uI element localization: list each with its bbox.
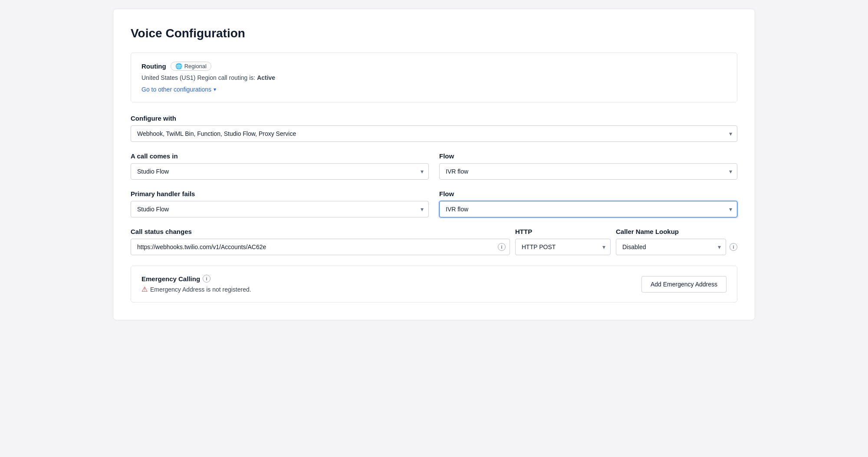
emergency-warning-text: Emergency Address is not registered. bbox=[150, 286, 251, 293]
regional-badge-button[interactable]: 🌐 Regional bbox=[171, 62, 211, 71]
http-select-wrapper: HTTP POST ▾ bbox=[515, 239, 611, 255]
call-status-group: Call status changes i bbox=[131, 228, 510, 255]
emergency-left: Emergency Calling i ⚠ Emergency Address … bbox=[141, 275, 251, 293]
call-status-input[interactable] bbox=[131, 239, 510, 255]
call-comes-in-flow-select[interactable]: IVR flow bbox=[439, 163, 737, 180]
call-comes-in-select-wrapper: Studio Flow ▾ bbox=[131, 163, 429, 180]
caller-name-row: Disabled ▾ i bbox=[616, 239, 737, 255]
routing-status-value: Active bbox=[257, 74, 275, 81]
primary-handler-label: Primary handler fails bbox=[131, 190, 429, 197]
go-to-configurations-link[interactable]: Go to other configurations ▾ bbox=[141, 86, 216, 93]
emergency-title: Emergency Calling i bbox=[141, 275, 251, 283]
caller-name-select-wrapper: Disabled ▾ bbox=[616, 239, 726, 255]
caller-name-select[interactable]: Disabled bbox=[616, 239, 726, 255]
caller-name-group: Caller Name Lookup Disabled ▾ i bbox=[616, 228, 737, 255]
call-comes-in-group: A call comes in Studio Flow ▾ bbox=[131, 152, 429, 180]
warning-triangle-icon: ⚠ bbox=[141, 285, 148, 293]
emergency-warning: ⚠ Emergency Address is not registered. bbox=[141, 285, 251, 293]
primary-handler-select-wrapper: Studio Flow ▾ bbox=[131, 201, 429, 217]
primary-handler-flow-label: Flow bbox=[439, 190, 737, 197]
primary-handler-select[interactable]: Studio Flow bbox=[131, 201, 429, 217]
primary-handler-flow-group: Flow IVR flow ▾ bbox=[439, 190, 737, 217]
routing-header: Routing 🌐 Regional bbox=[141, 62, 727, 71]
http-select[interactable]: HTTP POST bbox=[515, 239, 611, 255]
call-comes-in-select[interactable]: Studio Flow bbox=[131, 163, 429, 180]
call-comes-in-flow-group: Flow IVR flow ▾ bbox=[439, 152, 737, 180]
routing-label: Routing bbox=[141, 62, 166, 70]
globe-icon: 🌐 bbox=[175, 63, 182, 69]
configure-with-label: Configure with bbox=[131, 115, 737, 122]
go-to-link-text: Go to other configurations bbox=[141, 86, 211, 93]
emergency-card: Emergency Calling i ⚠ Emergency Address … bbox=[131, 266, 737, 302]
add-emergency-address-button[interactable]: Add Emergency Address bbox=[641, 276, 727, 293]
primary-handler-group: Primary handler fails Studio Flow ▾ bbox=[131, 190, 429, 217]
caller-name-label: Caller Name Lookup bbox=[616, 228, 737, 235]
emergency-title-text: Emergency Calling bbox=[141, 275, 200, 283]
call-comes-in-row: A call comes in Studio Flow ▾ Flow IVR f… bbox=[131, 152, 737, 180]
regional-badge-label: Regional bbox=[184, 63, 207, 69]
chevron-down-icon: ▾ bbox=[214, 86, 216, 92]
primary-handler-row: Primary handler fails Studio Flow ▾ Flow… bbox=[131, 190, 737, 217]
configure-with-select-wrapper: Webhook, TwiML Bin, Function, Studio Flo… bbox=[131, 125, 737, 142]
call-comes-in-label: A call comes in bbox=[131, 152, 429, 160]
page-container: Voice Configuration Routing 🌐 Regional U… bbox=[113, 9, 755, 320]
configure-with-select[interactable]: Webhook, TwiML Bin, Function, Studio Flo… bbox=[131, 125, 737, 142]
http-label: HTTP bbox=[515, 228, 611, 235]
call-status-info-icon[interactable]: i bbox=[498, 243, 506, 251]
routing-card: Routing 🌐 Regional United States (US1) R… bbox=[131, 53, 737, 102]
caller-name-info-icon[interactable]: i bbox=[730, 243, 737, 251]
routing-status: United States (US1) Region call routing … bbox=[141, 74, 727, 81]
primary-handler-flow-select[interactable]: IVR flow bbox=[439, 201, 737, 217]
page-title: Voice Configuration bbox=[131, 26, 737, 40]
call-status-url-wrapper: i bbox=[131, 239, 510, 255]
call-status-label: Call status changes bbox=[131, 228, 510, 235]
call-comes-in-flow-label: Flow bbox=[439, 152, 737, 160]
http-group: HTTP HTTP POST ▾ bbox=[515, 228, 611, 255]
status-row: Call status changes i HTTP HTTP POST ▾ C… bbox=[131, 228, 737, 255]
emergency-info-icon[interactable]: i bbox=[203, 275, 210, 283]
call-comes-in-flow-select-wrapper: IVR flow ▾ bbox=[439, 163, 737, 180]
configure-with-section: Configure with Webhook, TwiML Bin, Funct… bbox=[131, 115, 737, 142]
primary-handler-flow-select-wrapper: IVR flow ▾ bbox=[439, 201, 737, 217]
